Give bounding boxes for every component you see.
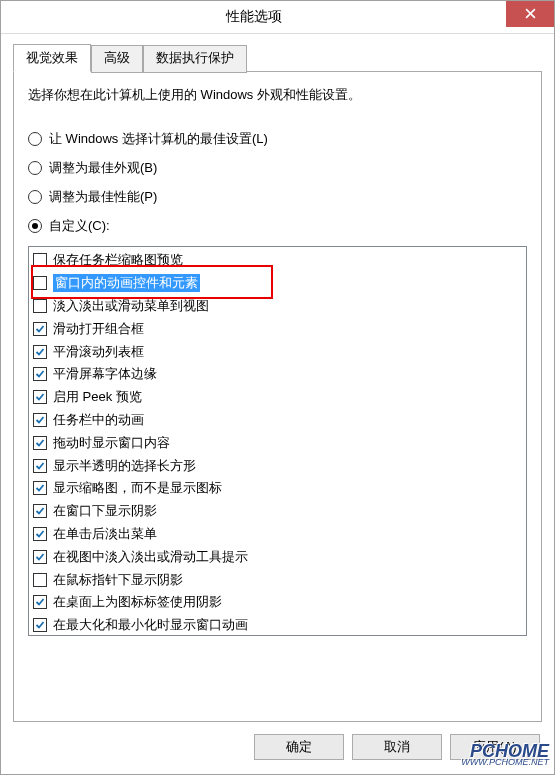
check-label: 任务栏中的动画 xyxy=(53,411,144,429)
check-label: 在桌面上为图标标签使用阴影 xyxy=(53,593,222,611)
checkbox-icon xyxy=(33,413,47,427)
checkbox-icon xyxy=(33,345,47,359)
radio-best-performance[interactable]: 调整为最佳性能(P) xyxy=(28,188,527,206)
close-button[interactable] xyxy=(506,1,554,27)
check-label: 淡入淡出或滑动菜单到视图 xyxy=(53,297,209,315)
radio-icon xyxy=(28,190,42,204)
check-row[interactable]: 保存任务栏缩略图预览 xyxy=(29,249,526,272)
tab-advanced[interactable]: 高级 xyxy=(91,45,143,73)
titlebar: 性能选项 xyxy=(1,1,554,34)
checkbox-icon xyxy=(33,436,47,450)
check-row[interactable]: 在单击后淡出菜单 xyxy=(29,523,526,546)
performance-options-window: 性能选项 视觉效果 高级 数据执行保护 选择你想在此计算机上使用的 Window… xyxy=(0,0,555,775)
content-area: 视觉效果 高级 数据执行保护 选择你想在此计算机上使用的 Windows 外观和… xyxy=(1,34,554,722)
checkbox-icon xyxy=(33,459,47,473)
checkbox-icon xyxy=(33,322,47,336)
tab-panel-visual-effects: 选择你想在此计算机上使用的 Windows 外观和性能设置。 让 Windows… xyxy=(13,72,542,722)
radio-label: 调整为最佳外观(B) xyxy=(49,159,157,177)
radio-custom[interactable]: 自定义(C): xyxy=(28,217,527,235)
checkbox-icon xyxy=(33,390,47,404)
check-label: 保存任务栏缩略图预览 xyxy=(53,251,183,269)
checkbox-icon xyxy=(33,367,47,381)
checkbox-icon xyxy=(33,299,47,313)
check-label: 拖动时显示窗口内容 xyxy=(53,434,170,452)
check-label: 平滑屏幕字体边缘 xyxy=(53,365,157,383)
check-row[interactable]: 拖动时显示窗口内容 xyxy=(29,431,526,454)
tab-visual-effects[interactable]: 视觉效果 xyxy=(13,44,91,72)
check-row[interactable]: 平滑滚动列表框 xyxy=(29,340,526,363)
checkbox-icon xyxy=(33,595,47,609)
radio-label: 调整为最佳性能(P) xyxy=(49,188,157,206)
check-row[interactable]: 显示缩略图，而不是显示图标 xyxy=(29,477,526,500)
checkbox-icon xyxy=(33,618,47,632)
check-row[interactable]: 淡入淡出或滑动菜单到视图 xyxy=(29,295,526,318)
check-label: 在单击后淡出菜单 xyxy=(53,525,157,543)
radio-best-appearance[interactable]: 调整为最佳外观(B) xyxy=(28,159,527,177)
check-label: 启用 Peek 预览 xyxy=(53,388,142,406)
check-row[interactable]: 滑动打开组合框 xyxy=(29,317,526,340)
checkbox-icon xyxy=(33,573,47,587)
dialog-buttons: 确定 取消 应用(A) xyxy=(1,722,554,774)
check-label: 在鼠标指针下显示阴影 xyxy=(53,571,183,589)
radio-let-windows-choose[interactable]: 让 Windows 选择计算机的最佳设置(L) xyxy=(28,130,527,148)
check-label: 显示半透明的选择长方形 xyxy=(53,457,196,475)
check-row[interactable]: 在鼠标指针下显示阴影 xyxy=(29,568,526,591)
window-title: 性能选项 xyxy=(1,8,506,26)
radio-icon xyxy=(28,219,42,233)
radio-label: 让 Windows 选择计算机的最佳设置(L) xyxy=(49,130,268,148)
apply-button[interactable]: 应用(A) xyxy=(450,734,540,760)
checkbox-icon xyxy=(33,253,47,267)
checkbox-icon xyxy=(33,504,47,518)
close-icon xyxy=(525,8,536,19)
checkbox-icon xyxy=(33,550,47,564)
checkbox-icon xyxy=(33,481,47,495)
check-row[interactable]: 平滑屏幕字体边缘 xyxy=(29,363,526,386)
effects-checklist[interactable]: 保存任务栏缩略图预览窗口内的动画控件和元素淡入淡出或滑动菜单到视图滑动打开组合框… xyxy=(28,246,527,636)
tab-dep[interactable]: 数据执行保护 xyxy=(143,45,247,73)
check-label: 滑动打开组合框 xyxy=(53,320,144,338)
cancel-button[interactable]: 取消 xyxy=(352,734,442,760)
radio-group: 让 Windows 选择计算机的最佳设置(L) 调整为最佳外观(B) 调整为最佳… xyxy=(28,130,527,235)
checkbox-icon xyxy=(33,527,47,541)
check-label: 在视图中淡入淡出或滑动工具提示 xyxy=(53,548,248,566)
check-label: 窗口内的动画控件和元素 xyxy=(53,274,200,292)
check-row[interactable]: 任务栏中的动画 xyxy=(29,409,526,432)
check-row[interactable]: 在视图中淡入淡出或滑动工具提示 xyxy=(29,545,526,568)
tab-strip: 视觉效果 高级 数据执行保护 xyxy=(13,44,542,72)
check-label: 显示缩略图，而不是显示图标 xyxy=(53,479,222,497)
check-row[interactable]: 在桌面上为图标标签使用阴影 xyxy=(29,591,526,614)
check-label: 平滑滚动列表框 xyxy=(53,343,144,361)
radio-icon xyxy=(28,132,42,146)
check-label: 在窗口下显示阴影 xyxy=(53,502,157,520)
check-row[interactable]: 在窗口下显示阴影 xyxy=(29,500,526,523)
radio-icon xyxy=(28,161,42,175)
check-row[interactable]: 窗口内的动画控件和元素 xyxy=(29,272,526,295)
check-row[interactable]: 显示半透明的选择长方形 xyxy=(29,454,526,477)
radio-label: 自定义(C): xyxy=(49,217,110,235)
description-text: 选择你想在此计算机上使用的 Windows 外观和性能设置。 xyxy=(28,86,527,104)
check-row[interactable]: 在最大化和最小化时显示窗口动画 xyxy=(29,614,526,636)
ok-button[interactable]: 确定 xyxy=(254,734,344,760)
check-label: 在最大化和最小化时显示窗口动画 xyxy=(53,616,248,634)
check-row[interactable]: 启用 Peek 预览 xyxy=(29,386,526,409)
checkbox-icon xyxy=(33,276,47,290)
